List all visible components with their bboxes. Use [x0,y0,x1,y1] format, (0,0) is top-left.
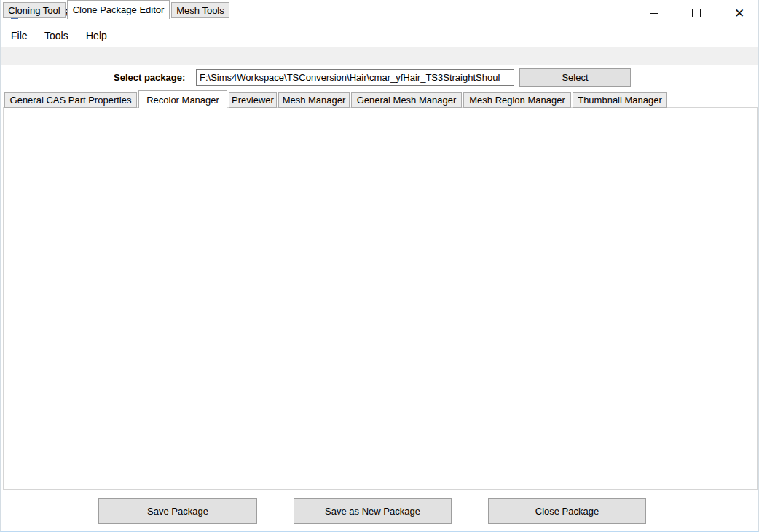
minimize-icon [650,13,658,14]
package-path-input[interactable]: F:\Sims4Workspace\TSConversion\Hair\cmar… [196,69,514,86]
menu-help[interactable]: Help [86,30,107,41]
menu-bar: File Tools Help [1,26,758,47]
tab-cloning-tool[interactable]: Cloning Tool [3,2,66,18]
tab-previewer[interactable]: Previewer [229,92,277,108]
tab-clone-package-editor[interactable]: Clone Package Editor [67,0,170,19]
save-package-button[interactable]: Save Package [98,498,257,524]
menu-file[interactable]: File [11,30,28,41]
tab-mesh-manager[interactable]: Mesh Manager [278,92,350,108]
tab-general-mesh-manager[interactable]: General Mesh Manager [351,92,462,108]
maximize-button[interactable] [680,0,713,26]
recolor-manager-page [3,107,758,490]
app-window: TS4 CAS Tools v2.1.0.0 ✕ File Tools Help… [0,0,759,532]
tab-thumbnail-manager[interactable]: Thumbnail Manager [573,92,667,108]
menu-tools[interactable]: Tools [44,30,68,41]
close-icon: ✕ [734,7,744,20]
minimize-button[interactable] [637,0,670,26]
maximize-icon [692,9,701,17]
tab-general-cas-part-properties[interactable]: General CAS Part Properties [4,92,137,108]
close-button[interactable]: ✕ [723,0,756,26]
main-tab-strip [1,47,758,65]
tab-mesh-region-manager[interactable]: Mesh Region Manager [463,92,571,108]
select-package-label: Select package: [114,72,185,83]
save-as-new-package-button[interactable]: Save as New Package [294,498,452,524]
close-package-button[interactable]: Close Package [488,498,646,524]
select-package-button[interactable]: Select [519,68,631,87]
tab-mesh-tools[interactable]: Mesh Tools [171,2,229,18]
tab-recolor-manager[interactable]: Recolor Manager [138,90,227,108]
